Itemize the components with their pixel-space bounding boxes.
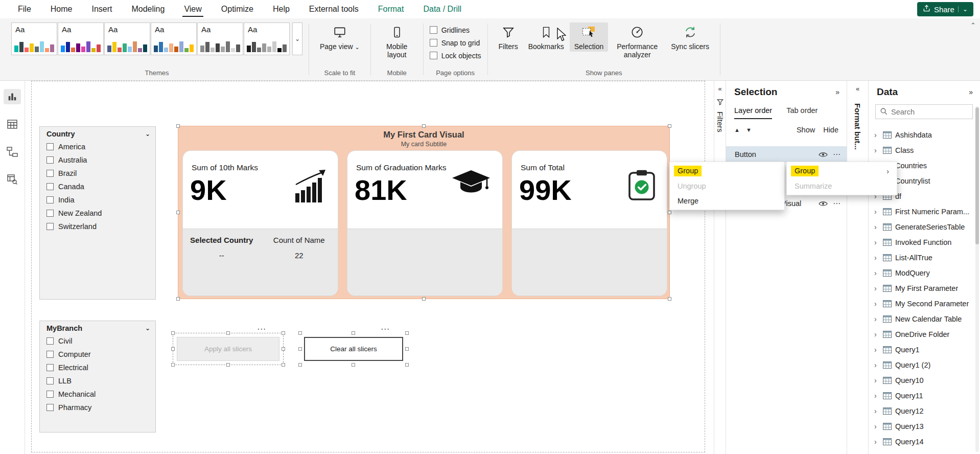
checkbox-snap-to-grid[interactable]: Snap to grid <box>430 36 480 49</box>
collapse-selection-pane-icon[interactable]: » <box>835 88 839 96</box>
chevron-right-icon[interactable]: › <box>874 208 879 216</box>
data-search-box[interactable] <box>875 104 973 119</box>
performance-analyzer-button[interactable]: Performance analyzer <box>609 22 665 60</box>
theme-thumbnail[interactable]: Aa <box>104 22 150 55</box>
data-table-row[interactable]: ›Invoked Function <box>869 235 980 250</box>
share-caret-icon[interactable]: ⌄ <box>958 6 968 12</box>
data-table-row[interactable]: ›New Calendar Table <box>869 311 980 327</box>
context-submenu-item-group[interactable]: Group› <box>787 164 897 178</box>
selection-handle[interactable] <box>226 331 230 335</box>
selection-handle[interactable] <box>668 211 671 214</box>
data-table-row[interactable]: ›Query13 <box>869 419 980 434</box>
selection-handle[interactable] <box>352 331 355 335</box>
checkbox-icon[interactable] <box>46 156 54 164</box>
selection-handle[interactable] <box>405 363 409 367</box>
checkbox-icon[interactable] <box>46 404 54 411</box>
menu-tab-data-drill[interactable]: Data / Drill <box>413 0 471 18</box>
mobile-layout-button[interactable]: Mobile layout <box>377 22 417 60</box>
theme-thumbnail[interactable]: Aa <box>58 22 104 55</box>
filters-pane-collapsed[interactable]: « Filters <box>714 81 726 454</box>
slicer-country[interactable]: Country⌄AmericaAustraliaBrazilCanadaIndi… <box>39 126 156 300</box>
theme-gallery-expand-button[interactable]: ⌄ <box>292 22 302 55</box>
selection-handle[interactable] <box>668 124 671 128</box>
checkbox-lock-objects[interactable]: Lock objects <box>430 49 481 62</box>
data-table-row[interactable]: ›Query1 <box>869 342 980 357</box>
slicer-item[interactable]: Civil <box>40 334 155 348</box>
data-table-row[interactable]: ›Query10 <box>869 373 980 388</box>
menu-tab-modeling[interactable]: Modeling <box>122 0 174 18</box>
data-table-row[interactable]: ›ModQuery <box>869 265 980 281</box>
data-table-row[interactable]: ›My First Parameter <box>869 281 980 296</box>
hide-button[interactable]: Hide <box>823 126 838 134</box>
kpi-card[interactable]: Sum of Total99K <box>511 150 667 296</box>
chevron-right-icon[interactable]: › <box>874 438 879 446</box>
slicer-item[interactable]: Canada <box>40 180 155 193</box>
expand-filters-icon[interactable]: « <box>714 85 726 93</box>
report-view-icon[interactable] <box>4 89 21 104</box>
chevron-right-icon[interactable]: › <box>874 254 879 262</box>
data-table-row[interactable]: ›Query14 <box>869 434 980 449</box>
chevron-down-icon[interactable]: ⌄ <box>145 325 150 332</box>
chevron-right-icon[interactable]: › <box>874 131 879 139</box>
selection-handle[interactable] <box>171 347 175 351</box>
selection-handle[interactable] <box>171 331 175 335</box>
search-input[interactable] <box>891 108 980 116</box>
slicer-item[interactable]: LLB <box>40 374 155 388</box>
report-page[interactable]: My First Card Visual My card Subtitle Su… <box>31 81 705 452</box>
canvas-button-clear-all-slicers[interactable]: Clear all slicers <box>304 337 403 361</box>
menu-tab-optimize[interactable]: Optimize <box>212 0 263 18</box>
chevron-right-icon[interactable]: › <box>874 238 879 246</box>
card-visual[interactable]: My First Card Visual My card Subtitle Su… <box>178 126 670 299</box>
data-table-row[interactable]: ›Query11 <box>869 388 980 403</box>
slicer-item[interactable]: Computer <box>40 348 155 361</box>
checkbox-icon[interactable] <box>46 183 54 190</box>
menu-tab-help[interactable]: Help <box>263 0 299 18</box>
data-table-row[interactable]: ›Ashishdata <box>869 127 980 143</box>
move-layer-up-icon[interactable]: ▲ <box>734 127 740 133</box>
context-menu-item-group[interactable]: Group <box>670 164 784 178</box>
data-table-row[interactable]: ›OneDrive Folder <box>869 327 980 342</box>
checkbox-icon[interactable] <box>46 196 54 203</box>
theme-thumbnail[interactable]: Aa <box>11 22 57 55</box>
context-menu-item-ungroup[interactable]: Ungroup <box>670 178 784 193</box>
chevron-right-icon[interactable]: › <box>874 146 879 154</box>
chevron-right-icon[interactable]: › <box>874 422 879 430</box>
data-table-row[interactable]: ›My Second Parameter <box>869 296 980 311</box>
data-table-row[interactable]: ›Query12 <box>869 403 980 419</box>
chevron-down-icon[interactable]: ⌄ <box>145 130 150 138</box>
slicer-item[interactable]: Electrical <box>40 361 155 374</box>
data-table-row[interactable]: ›List-AllTrue <box>869 250 980 265</box>
eye-icon[interactable] <box>819 152 828 157</box>
selection-handle[interactable] <box>282 331 285 335</box>
kpi-card[interactable]: Sum of Graduation Marks81K <box>347 150 503 296</box>
slicer-item[interactable]: America <box>40 140 155 153</box>
chevron-right-icon[interactable]: › <box>874 361 879 369</box>
checkbox-icon[interactable] <box>46 143 54 150</box>
more-options-icon[interactable]: ⋯ <box>833 199 841 208</box>
chevron-right-icon[interactable]: › <box>874 315 879 323</box>
slicer-item[interactable]: India <box>40 193 155 207</box>
theme-thumbnail[interactable]: Aa <box>244 22 290 55</box>
context-menu-item-merge[interactable]: Merge <box>670 193 784 208</box>
checkbox-icon[interactable] <box>46 337 54 345</box>
tab-layer-order[interactable]: Layer order <box>734 106 772 119</box>
slicer-item[interactable]: Mechanical <box>40 388 155 401</box>
selection-handle[interactable] <box>422 124 426 128</box>
theme-thumbnail[interactable]: Aa <box>197 22 243 55</box>
collapse-data-pane-icon[interactable]: » <box>969 88 973 96</box>
selection-button[interactable]: Selection <box>570 22 609 52</box>
filters-button[interactable]: Filters <box>494 22 523 52</box>
menu-tab-home[interactable]: Home <box>41 0 82 18</box>
selection-handle[interactable] <box>422 297 426 301</box>
chevron-right-icon[interactable]: › <box>874 392 879 400</box>
theme-thumbnail[interactable]: Aa <box>151 22 197 55</box>
show-button[interactable]: Show <box>797 126 815 134</box>
data-table-row[interactable]: ›GenerateSeriesTable <box>869 219 980 235</box>
slicer-mybranch[interactable]: MyBranch⌄CivilComputerElectricalLLBMecha… <box>39 321 156 433</box>
checkbox-icon[interactable] <box>430 52 437 59</box>
share-button[interactable]: Share ⌄ <box>917 2 973 16</box>
selection-handle[interactable] <box>176 124 180 128</box>
checkbox-icon[interactable] <box>430 26 437 34</box>
canvas-button-apply-all-slicers[interactable]: Apply all slicers <box>177 337 279 361</box>
collapse-ribbon-icon[interactable]: ⌃ <box>970 21 976 29</box>
